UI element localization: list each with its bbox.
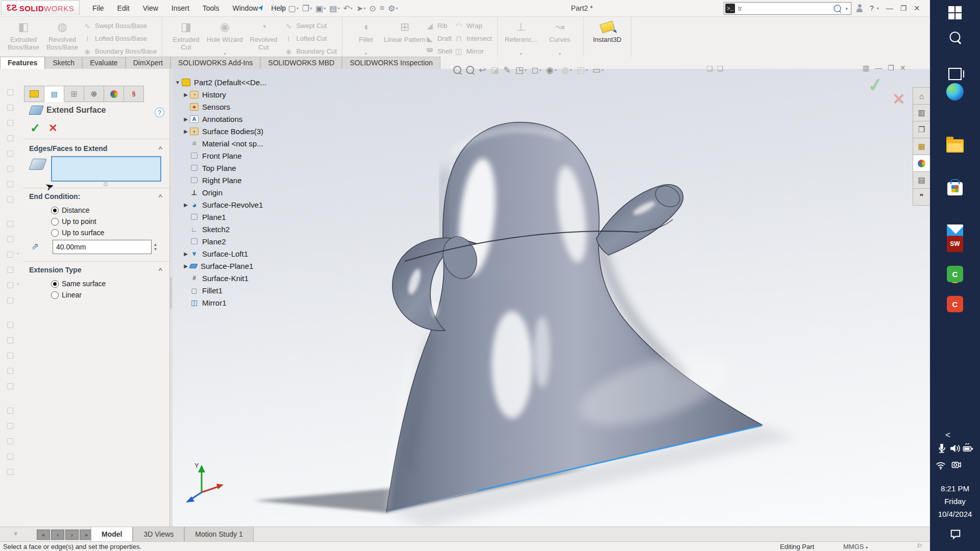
section-end-condition-header[interactable]: End Condition: ^ <box>23 191 169 202</box>
plm-tab[interactable]: § <box>124 86 144 102</box>
dropdown-caret-icon[interactable]: ▾ <box>365 52 367 56</box>
dropdown-caret-icon[interactable]: ▾ <box>310 6 312 11</box>
left-toolbar-icon[interactable]: ▢ <box>5 450 16 461</box>
menu-item-edit[interactable]: Edit <box>111 0 136 16</box>
tree-item-front-plane[interactable]: Front Plane <box>173 149 326 162</box>
ribbon-button-swept-boss-base[interactable]: ∿Swept Boss/Base <box>83 19 157 32</box>
tree-item-part2-default-de[interactable]: ▼Part2 (Default<<De... <box>173 76 326 88</box>
menu-item-insert[interactable]: Insert <box>165 0 196 16</box>
left-toolbar-icon[interactable]: ▢ <box>5 318 16 330</box>
search-commands-icon[interactable]: >_ <box>725 4 735 13</box>
radio-option-up-to-surface[interactable]: Up to surface <box>51 228 104 238</box>
spin-down-icon[interactable]: ▼ <box>154 247 158 252</box>
radio-unchecked-icon[interactable] <box>51 218 59 226</box>
ribbon-button-boundary-boss-base[interactable]: ◈Boundary Boss/Base <box>83 45 157 58</box>
left-toolbar-icon[interactable]: ▢ <box>5 101 16 112</box>
dropdown-caret-icon[interactable]: ▾ <box>520 52 522 56</box>
radio-option-distance[interactable]: Distance <box>51 205 89 215</box>
start-button[interactable] <box>948 6 962 19</box>
distance-input[interactable] <box>53 240 151 254</box>
view-palette-tab[interactable]: ▦ <box>913 138 930 155</box>
ribbon-button-curves[interactable]: ↝Curves ▾ <box>542 18 578 56</box>
doc-restore-icon[interactable]: ❐ <box>888 64 894 72</box>
minimize-button[interactable]: — <box>886 4 893 12</box>
left-toolbar-icon[interactable]: ▢ <box>5 248 16 259</box>
view-settings-icon[interactable]: ▭▾ <box>593 65 604 76</box>
bottom-tab-motion-study-1[interactable]: Motion Study 1 <box>184 527 253 542</box>
open-button[interactable]: ❐▾ <box>301 4 313 13</box>
tab-solidworks-mbd[interactable]: SOLIDWORKS MBD <box>260 57 342 69</box>
tree-item-mirror1[interactable]: ◫Mirror1 <box>173 296 326 309</box>
home-button[interactable]: ⌂ <box>279 4 286 13</box>
tree-item-surface-revolve1[interactable]: ▶◕Surface-Revolve1 <box>173 198 326 211</box>
file-explorer-tab[interactable]: ❐ <box>913 121 930 138</box>
previous-view-icon[interactable]: ↩ <box>479 65 486 76</box>
display-style-icon[interactable]: ◻▾ <box>531 65 542 76</box>
section-edges-header[interactable]: Edges/Faces to Extend ^ <box>23 143 169 154</box>
speaker-icon[interactable] <box>949 443 961 454</box>
doc-minimize-icon[interactable]: — <box>875 64 882 72</box>
undo-button[interactable]: ↶▾ <box>342 4 353 13</box>
dropdown-caret-icon[interactable]: ▾ <box>396 6 398 11</box>
restore-button[interactable]: ❐ <box>900 4 907 12</box>
login-icon[interactable] <box>856 8 863 12</box>
ribbon-button-lofted-cut[interactable]: ≀Lofted Cut <box>284 32 337 45</box>
ribbon-button-boundary-cut[interactable]: ◈Boundary Cut <box>284 45 337 58</box>
dropdown-caret-icon[interactable]: ▾ <box>324 6 326 11</box>
part-tab[interactable] <box>24 86 44 102</box>
radio-unchecked-icon[interactable] <box>51 229 59 237</box>
radio-unchecked-icon[interactable] <box>51 291 59 299</box>
dropdown-caret-icon[interactable]: ▾ <box>17 252 19 256</box>
settings-button[interactable]: ⚙▾ <box>387 4 399 13</box>
tab-evaluate[interactable]: Evaluate <box>82 57 125 69</box>
options-list-button[interactable]: ≡ <box>379 4 385 13</box>
frame-icon[interactable]: ▥ <box>863 64 869 72</box>
nav-first-button[interactable]: « <box>37 530 50 540</box>
search-dropdown-icon[interactable]: ▾ <box>841 6 851 11</box>
camera-device-icon[interactable] <box>950 459 962 470</box>
zoom-to-fit-icon[interactable] <box>453 66 461 74</box>
ribbon-button-extruded-cut[interactable]: ◨ExtrudedCut <box>167 18 204 51</box>
left-toolbar-icon[interactable]: ▢ <box>5 116 16 128</box>
ribbon-button-instant3d[interactable]: Instant3D <box>589 18 626 51</box>
zoom-to-fit-icon[interactable] <box>453 66 461 74</box>
float-window-icon[interactable]: ❏ <box>717 64 724 72</box>
edges-selection-box[interactable] <box>51 156 161 182</box>
green-app-icon[interactable]: C <box>947 266 963 282</box>
tree-item-sketch2[interactable]: ∟Sketch2 <box>173 223 326 235</box>
menu-item-view[interactable]: View <box>136 0 165 16</box>
dropdown-caret-icon[interactable]: ▾ <box>525 68 527 72</box>
menu-item-tools[interactable]: Tools <box>196 0 226 16</box>
section-extension-type-header[interactable]: Extension Type ^ <box>23 264 169 276</box>
task-view-button[interactable] <box>948 68 962 80</box>
red-app-icon[interactable]: C <box>947 296 963 312</box>
left-toolbar-icon[interactable]: ▢ <box>5 334 16 345</box>
ribbon-button-wrap[interactable]: ◠Wrap <box>454 19 492 32</box>
left-toolbar-icon[interactable]: ▢ <box>5 404 16 415</box>
panel-resize-handle[interactable] <box>104 182 108 186</box>
expand-down-icon[interactable]: ▼ <box>174 80 182 85</box>
zoom-to-area-icon[interactable] <box>466 66 474 74</box>
ribbon-button-draft[interactable]: ◣Draft <box>425 32 452 45</box>
taskbar-search-button[interactable] <box>950 32 961 42</box>
dropdown-caret-icon[interactable]: ▾ <box>602 68 604 72</box>
left-toolbar-icon[interactable]: ▢ <box>5 349 16 360</box>
left-toolbar-icon[interactable]: ▢ <box>5 294 16 305</box>
left-toolbar-icon[interactable]: ▢ <box>5 217 16 229</box>
bottom-tab-model[interactable]: Model <box>91 527 133 542</box>
command-search[interactable]: >_ ▾ <box>724 2 851 15</box>
panel-help-icon[interactable]: ? <box>155 108 164 117</box>
ribbon-button-fillet[interactable]: ◖Fillet ▾ <box>348 18 384 56</box>
taskbar-clock[interactable]: 8:21 PM Friday 10/4/2024 <box>930 482 980 520</box>
radio-checked-icon[interactable] <box>51 280 59 288</box>
bottom-tab-3d-views[interactable]: 3D Views <box>133 527 184 542</box>
attachment-button[interactable]: ⊙ <box>368 4 377 13</box>
new-document-button[interactable]: ▢▾ <box>287 4 300 13</box>
design-library-tab[interactable]: ▥ <box>913 105 930 121</box>
left-toolbar-icon[interactable]: ▢ <box>5 147 16 158</box>
float-window-icon[interactable]: ❏ <box>706 64 713 72</box>
view-orientation-icon[interactable]: ◳▾ <box>516 65 527 76</box>
confirm-ok-icon[interactable]: ✓ <box>866 73 885 97</box>
left-toolbar-icon[interactable]: ▢ <box>5 86 16 97</box>
collapse-chevron-icon[interactable]: ^ <box>158 266 162 274</box>
